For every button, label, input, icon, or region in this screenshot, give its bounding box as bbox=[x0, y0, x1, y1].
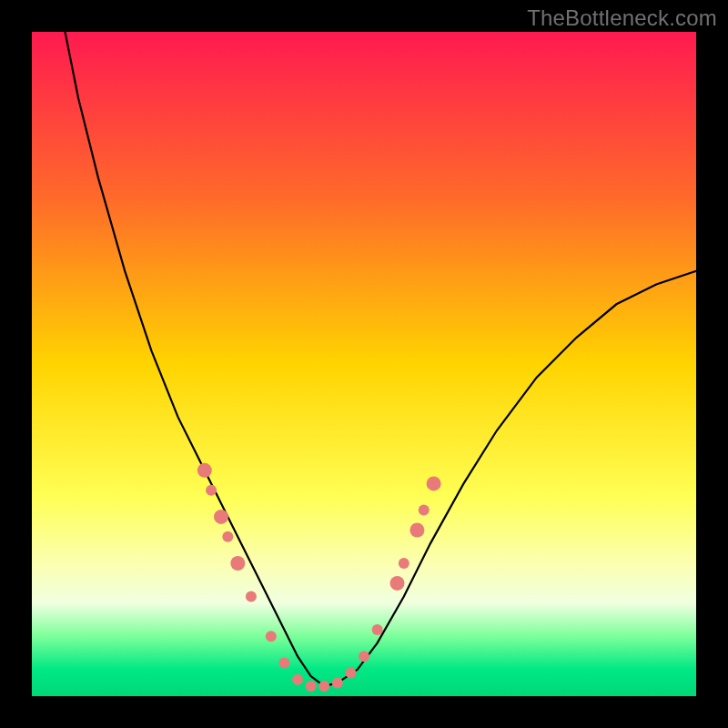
marker-point bbox=[390, 576, 405, 591]
marker-point bbox=[372, 624, 383, 635]
marker-point bbox=[318, 681, 329, 692]
marker-point bbox=[197, 463, 212, 478]
marker-point bbox=[230, 556, 245, 571]
marker-point bbox=[306, 681, 317, 692]
plot-area bbox=[32, 32, 696, 696]
marker-point bbox=[359, 651, 369, 662]
marker-point bbox=[345, 668, 356, 679]
marker-point bbox=[206, 485, 217, 496]
marker-point bbox=[266, 631, 277, 642]
marker-point bbox=[214, 510, 228, 524]
marker-point bbox=[427, 476, 441, 490]
marker-point bbox=[419, 505, 430, 516]
marker-point bbox=[222, 531, 233, 542]
watermark-label: TheBottleneck.com bbox=[527, 5, 717, 31]
marker-point bbox=[399, 558, 410, 569]
gradient-background bbox=[32, 32, 696, 696]
chart-svg bbox=[32, 32, 696, 696]
marker-point bbox=[332, 677, 343, 688]
marker-point bbox=[278, 658, 289, 669]
chart-frame: TheBottleneck.com bbox=[0, 0, 728, 728]
marker-point bbox=[292, 674, 303, 685]
marker-point bbox=[410, 523, 424, 538]
marker-point bbox=[246, 592, 257, 602]
